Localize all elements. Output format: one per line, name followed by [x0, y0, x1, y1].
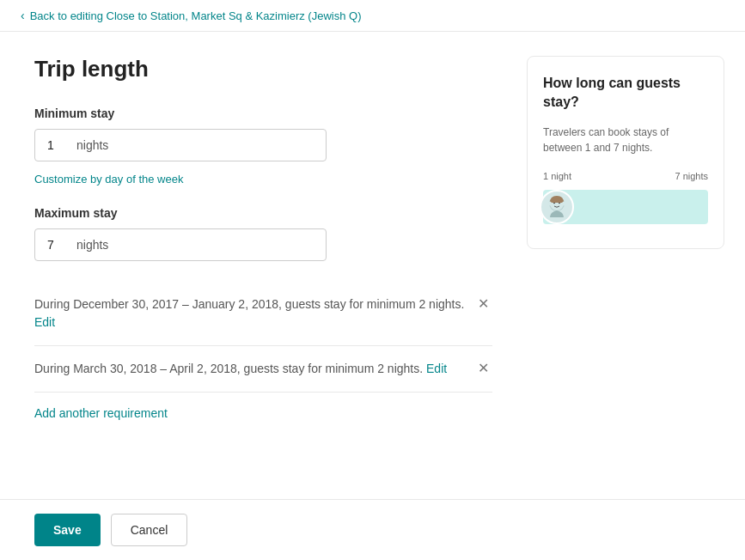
page-title: Trip length: [34, 56, 492, 82]
right-panel: How long can guests stay? Travelers can …: [527, 56, 724, 249]
stay-bar-labels: 1 night 7 nights: [543, 171, 708, 181]
minimum-stay-input[interactable]: [47, 138, 73, 152]
requirement-edit-link-1[interactable]: Edit: [426, 362, 447, 375]
save-button[interactable]: Save: [34, 514, 101, 546]
minimum-stay-input-wrap: nights: [34, 129, 327, 161]
bar-label-max: 7 nights: [675, 171, 708, 181]
bar-label-min: 1 night: [543, 171, 571, 181]
minimum-stay-nights-label: nights: [76, 138, 108, 152]
requirement-item-0: During December 30, 2017 – January 2, 20…: [34, 282, 492, 346]
footer-bar: Save Cancel: [0, 499, 745, 560]
minimum-stay-label: Minimum stay: [34, 107, 492, 120]
minimum-stay-section: Minimum stay nights: [34, 107, 492, 161]
requirements-list: During December 30, 2017 – January 2, 20…: [34, 282, 492, 393]
maximum-stay-label: Maximum stay: [34, 206, 492, 220]
customize-link[interactable]: Customize by day of the week: [34, 173, 183, 186]
svg-point-4: [548, 201, 552, 205]
add-requirement-link[interactable]: Add another requirement: [34, 406, 168, 420]
stay-visual: 1 night 7 nights: [543, 171, 708, 231]
avatar-illustration: [541, 192, 572, 222]
maximum-stay-nights-label: nights: [76, 238, 108, 252]
right-panel-description: Travelers can book stays of between 1 an…: [543, 125, 708, 155]
avatar: [540, 190, 574, 224]
back-link-text: Back to editing Close to Station, Market…: [30, 9, 362, 22]
cancel-button[interactable]: Cancel: [111, 514, 188, 546]
right-panel-title: How long can guests stay?: [543, 74, 708, 113]
requirement-edit-link-0[interactable]: Edit: [34, 315, 55, 329]
stay-bar-container: [543, 186, 708, 228]
back-link[interactable]: ‹ Back to editing Close to Station, Mark…: [0, 0, 745, 32]
maximum-stay-input[interactable]: [47, 238, 73, 252]
requirement-text-1: During March 30, 2018 – April 2, 2018, g…: [34, 360, 467, 378]
maximum-stay-input-wrap: nights: [34, 228, 327, 261]
requirement-close-button-0[interactable]: ✕: [474, 297, 492, 311]
main-layout: Trip length Minimum stay nights Customiz…: [0, 32, 745, 489]
stay-bar-background: [543, 190, 708, 224]
left-panel: Trip length Minimum stay nights Customiz…: [0, 32, 527, 489]
chevron-left-icon: ‹: [21, 9, 25, 22]
requirement-text-0: During December 30, 2017 – January 2, 20…: [34, 295, 467, 332]
svg-point-5: [562, 201, 565, 205]
requirement-item-1: During March 30, 2018 – April 2, 2018, g…: [34, 346, 492, 393]
requirement-close-button-1[interactable]: ✕: [474, 362, 492, 375]
maximum-stay-section: Maximum stay nights: [34, 206, 492, 261]
